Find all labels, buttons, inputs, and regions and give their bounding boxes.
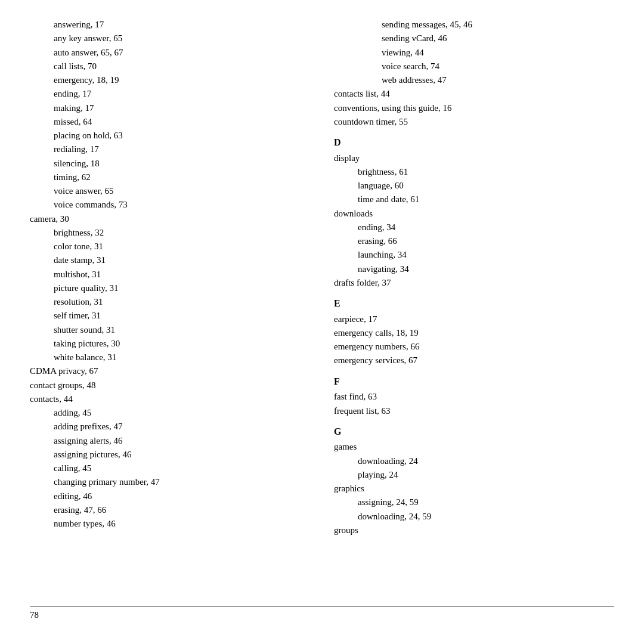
index-entry: adding prefixes, 47 xyxy=(30,420,310,434)
index-entry: drafts folder, 37 xyxy=(334,276,614,290)
index-entry: groups xyxy=(334,524,614,537)
index-entry: timing, 62 xyxy=(30,171,310,184)
footer: 78 xyxy=(30,606,614,620)
index-entry: frequent list, 63 xyxy=(334,404,614,418)
index-entry: playing, 24 xyxy=(334,468,614,482)
index-entry: voice commands, 73 xyxy=(30,198,310,212)
index-entry: language, 60 xyxy=(334,179,614,193)
index-entry: contact groups, 48 xyxy=(30,379,310,392)
index-entry: emergency calls, 18, 19 xyxy=(334,326,614,340)
index-entry: countdown timer, 55 xyxy=(334,115,614,129)
index-entry: navigating, 34 xyxy=(334,262,614,276)
index-entry: editing, 46 xyxy=(30,490,310,503)
index-entry: camera, 30 xyxy=(30,212,310,226)
index-entry: date stamp, 31 xyxy=(30,253,310,267)
index-entry: launching, 34 xyxy=(334,248,614,262)
index-entry: redialing, 17 xyxy=(30,143,310,156)
index-entry: placing on hold, 63 xyxy=(30,129,310,143)
section-letter: G xyxy=(334,424,614,439)
index-entry: resolution, 31 xyxy=(30,295,310,309)
index-entry: time and date, 61 xyxy=(334,193,614,206)
index-entry: display xyxy=(334,151,614,165)
content-area: answering, 17any key answer, 65auto answ… xyxy=(30,18,614,600)
index-entry: assigning alerts, 46 xyxy=(30,434,310,448)
index-entry: changing primary number, 47 xyxy=(30,475,310,489)
index-entry: contacts list, 44 xyxy=(334,87,614,101)
index-entry: voice answer, 65 xyxy=(30,184,310,198)
index-entry: emergency, 18, 19 xyxy=(30,73,310,87)
page-number: 78 xyxy=(30,610,39,620)
index-entry: assigning pictures, 46 xyxy=(30,448,310,462)
index-entry: assigning, 24, 59 xyxy=(334,496,614,509)
section-letter: E xyxy=(334,296,614,311)
index-entry: making, 17 xyxy=(30,101,310,115)
index-entry: emergency numbers, 66 xyxy=(334,340,614,354)
index-entry: downloading, 24 xyxy=(334,454,614,468)
section-letter: F xyxy=(334,374,614,389)
index-entry: brightness, 61 xyxy=(334,165,614,179)
right-column: sending messages, 45, 46sending vCard, 4… xyxy=(322,18,614,600)
index-entry: conventions, using this guide, 16 xyxy=(334,101,614,115)
index-entry: graphics xyxy=(334,482,614,496)
index-entry: erasing, 66 xyxy=(334,234,614,248)
index-entry: downloading, 24, 59 xyxy=(334,510,614,524)
left-column: answering, 17any key answer, 65auto answ… xyxy=(30,18,322,600)
index-entry: any key answer, 65 xyxy=(30,32,310,45)
index-entry: shutter sound, 31 xyxy=(30,323,310,337)
index-entry: CDMA privacy, 67 xyxy=(30,364,310,378)
index-entry: games xyxy=(334,440,614,454)
index-entry: web addresses, 47 xyxy=(334,73,614,87)
index-entry: auto answer, 65, 67 xyxy=(30,46,310,60)
index-entry: sending vCard, 46 xyxy=(334,32,614,45)
index-entry: self timer, 31 xyxy=(30,309,310,323)
index-entry: calling, 45 xyxy=(30,462,310,475)
index-entry: voice search, 74 xyxy=(334,60,614,73)
index-entry: contacts, 44 xyxy=(30,392,310,406)
index-entry: downloads xyxy=(334,207,614,221)
index-entry: earpiece, 17 xyxy=(334,312,614,326)
index-entry: number types, 46 xyxy=(30,517,310,531)
index-entry: emergency services, 67 xyxy=(334,354,614,367)
index-entry: color tone, 31 xyxy=(30,240,310,253)
index-entry: picture quality, 31 xyxy=(30,281,310,295)
index-entry: viewing, 44 xyxy=(334,46,614,60)
index-entry: answering, 17 xyxy=(30,18,310,32)
index-entry: ending, 34 xyxy=(334,221,614,234)
index-entry: fast find, 63 xyxy=(334,390,614,404)
page: answering, 17any key answer, 65auto answ… xyxy=(0,0,644,644)
index-entry: brightness, 32 xyxy=(30,226,310,240)
index-entry: multishot, 31 xyxy=(30,268,310,281)
index-entry: ending, 17 xyxy=(30,87,310,101)
index-entry: adding, 45 xyxy=(30,406,310,420)
index-entry: erasing, 47, 66 xyxy=(30,503,310,517)
index-entry: silencing, 18 xyxy=(30,157,310,171)
index-entry: taking pictures, 30 xyxy=(30,337,310,351)
section-letter: D xyxy=(334,135,614,150)
index-entry: white balance, 31 xyxy=(30,351,310,364)
index-entry: sending messages, 45, 46 xyxy=(334,18,614,32)
index-entry: call lists, 70 xyxy=(30,60,310,73)
index-entry: missed, 64 xyxy=(30,115,310,129)
